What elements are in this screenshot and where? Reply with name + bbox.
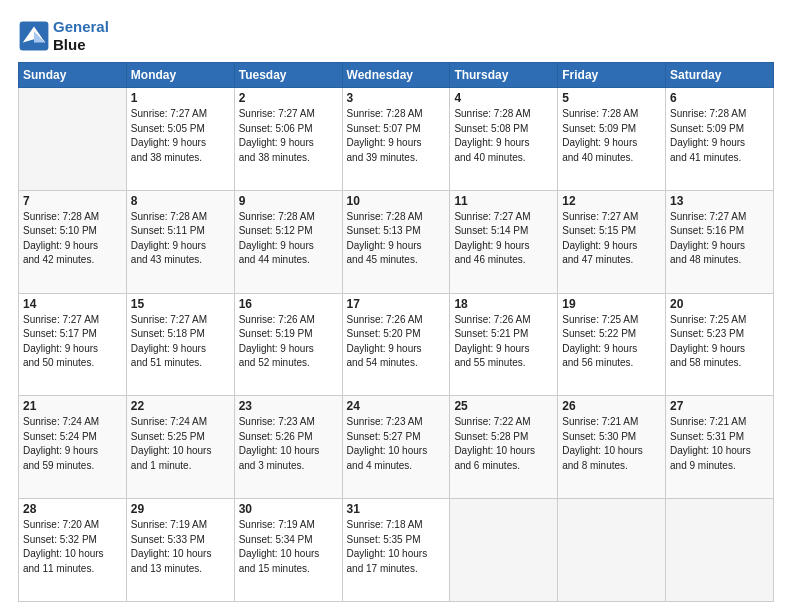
calendar-cell: 3Sunrise: 7:28 AM Sunset: 5:07 PM Daylig… bbox=[342, 88, 450, 191]
day-info: Sunrise: 7:28 AM Sunset: 5:09 PM Dayligh… bbox=[562, 107, 661, 165]
day-number: 31 bbox=[347, 502, 446, 516]
col-header-sunday: Sunday bbox=[19, 63, 127, 88]
day-info: Sunrise: 7:27 AM Sunset: 5:05 PM Dayligh… bbox=[131, 107, 230, 165]
day-info: Sunrise: 7:27 AM Sunset: 5:18 PM Dayligh… bbox=[131, 313, 230, 371]
calendar-cell: 21Sunrise: 7:24 AM Sunset: 5:24 PM Dayli… bbox=[19, 396, 127, 499]
calendar-cell: 9Sunrise: 7:28 AM Sunset: 5:12 PM Daylig… bbox=[234, 190, 342, 293]
day-number: 9 bbox=[239, 194, 338, 208]
day-number: 6 bbox=[670, 91, 769, 105]
day-info: Sunrise: 7:27 AM Sunset: 5:14 PM Dayligh… bbox=[454, 210, 553, 268]
day-number: 11 bbox=[454, 194, 553, 208]
day-info: Sunrise: 7:28 AM Sunset: 5:08 PM Dayligh… bbox=[454, 107, 553, 165]
day-number: 23 bbox=[239, 399, 338, 413]
calendar: SundayMondayTuesdayWednesdayThursdayFrid… bbox=[18, 62, 774, 602]
day-number: 19 bbox=[562, 297, 661, 311]
day-number: 15 bbox=[131, 297, 230, 311]
calendar-cell: 1Sunrise: 7:27 AM Sunset: 5:05 PM Daylig… bbox=[126, 88, 234, 191]
calendar-cell: 18Sunrise: 7:26 AM Sunset: 5:21 PM Dayli… bbox=[450, 293, 558, 396]
day-number: 8 bbox=[131, 194, 230, 208]
calendar-cell: 25Sunrise: 7:22 AM Sunset: 5:28 PM Dayli… bbox=[450, 396, 558, 499]
calendar-cell: 16Sunrise: 7:26 AM Sunset: 5:19 PM Dayli… bbox=[234, 293, 342, 396]
col-header-thursday: Thursday bbox=[450, 63, 558, 88]
day-number: 22 bbox=[131, 399, 230, 413]
day-info: Sunrise: 7:21 AM Sunset: 5:30 PM Dayligh… bbox=[562, 415, 661, 473]
day-info: Sunrise: 7:18 AM Sunset: 5:35 PM Dayligh… bbox=[347, 518, 446, 576]
calendar-cell: 13Sunrise: 7:27 AM Sunset: 5:16 PM Dayli… bbox=[666, 190, 774, 293]
day-number: 25 bbox=[454, 399, 553, 413]
day-info: Sunrise: 7:23 AM Sunset: 5:26 PM Dayligh… bbox=[239, 415, 338, 473]
calendar-cell: 4Sunrise: 7:28 AM Sunset: 5:08 PM Daylig… bbox=[450, 88, 558, 191]
day-info: Sunrise: 7:28 AM Sunset: 5:09 PM Dayligh… bbox=[670, 107, 769, 165]
calendar-cell: 2Sunrise: 7:27 AM Sunset: 5:06 PM Daylig… bbox=[234, 88, 342, 191]
day-number: 30 bbox=[239, 502, 338, 516]
col-header-saturday: Saturday bbox=[666, 63, 774, 88]
page: General Blue SundayMondayTuesdayWednesda… bbox=[0, 0, 792, 612]
calendar-cell: 10Sunrise: 7:28 AM Sunset: 5:13 PM Dayli… bbox=[342, 190, 450, 293]
day-number: 2 bbox=[239, 91, 338, 105]
col-header-friday: Friday bbox=[558, 63, 666, 88]
day-info: Sunrise: 7:28 AM Sunset: 5:11 PM Dayligh… bbox=[131, 210, 230, 268]
day-number: 3 bbox=[347, 91, 446, 105]
day-number: 21 bbox=[23, 399, 122, 413]
calendar-cell: 5Sunrise: 7:28 AM Sunset: 5:09 PM Daylig… bbox=[558, 88, 666, 191]
day-number: 20 bbox=[670, 297, 769, 311]
day-info: Sunrise: 7:26 AM Sunset: 5:20 PM Dayligh… bbox=[347, 313, 446, 371]
calendar-cell: 26Sunrise: 7:21 AM Sunset: 5:30 PM Dayli… bbox=[558, 396, 666, 499]
calendar-cell bbox=[450, 499, 558, 602]
day-info: Sunrise: 7:27 AM Sunset: 5:16 PM Dayligh… bbox=[670, 210, 769, 268]
calendar-cell: 15Sunrise: 7:27 AM Sunset: 5:18 PM Dayli… bbox=[126, 293, 234, 396]
day-info: Sunrise: 7:24 AM Sunset: 5:24 PM Dayligh… bbox=[23, 415, 122, 473]
calendar-cell: 27Sunrise: 7:21 AM Sunset: 5:31 PM Dayli… bbox=[666, 396, 774, 499]
calendar-cell: 24Sunrise: 7:23 AM Sunset: 5:27 PM Dayli… bbox=[342, 396, 450, 499]
calendar-cell: 22Sunrise: 7:24 AM Sunset: 5:25 PM Dayli… bbox=[126, 396, 234, 499]
calendar-cell: 6Sunrise: 7:28 AM Sunset: 5:09 PM Daylig… bbox=[666, 88, 774, 191]
day-info: Sunrise: 7:28 AM Sunset: 5:13 PM Dayligh… bbox=[347, 210, 446, 268]
day-info: Sunrise: 7:23 AM Sunset: 5:27 PM Dayligh… bbox=[347, 415, 446, 473]
day-number: 4 bbox=[454, 91, 553, 105]
day-number: 7 bbox=[23, 194, 122, 208]
calendar-cell: 8Sunrise: 7:28 AM Sunset: 5:11 PM Daylig… bbox=[126, 190, 234, 293]
day-number: 24 bbox=[347, 399, 446, 413]
calendar-cell: 14Sunrise: 7:27 AM Sunset: 5:17 PM Dayli… bbox=[19, 293, 127, 396]
calendar-cell: 19Sunrise: 7:25 AM Sunset: 5:22 PM Dayli… bbox=[558, 293, 666, 396]
calendar-cell bbox=[558, 499, 666, 602]
calendar-cell: 11Sunrise: 7:27 AM Sunset: 5:14 PM Dayli… bbox=[450, 190, 558, 293]
calendar-cell: 20Sunrise: 7:25 AM Sunset: 5:23 PM Dayli… bbox=[666, 293, 774, 396]
day-number: 29 bbox=[131, 502, 230, 516]
calendar-cell bbox=[19, 88, 127, 191]
day-number: 18 bbox=[454, 297, 553, 311]
logo-blue: Blue bbox=[53, 36, 109, 54]
header: General Blue bbox=[18, 18, 774, 54]
day-info: Sunrise: 7:24 AM Sunset: 5:25 PM Dayligh… bbox=[131, 415, 230, 473]
day-info: Sunrise: 7:19 AM Sunset: 5:33 PM Dayligh… bbox=[131, 518, 230, 576]
col-header-monday: Monday bbox=[126, 63, 234, 88]
day-number: 17 bbox=[347, 297, 446, 311]
day-number: 16 bbox=[239, 297, 338, 311]
day-info: Sunrise: 7:28 AM Sunset: 5:07 PM Dayligh… bbox=[347, 107, 446, 165]
logo-text: General Blue bbox=[53, 18, 109, 54]
calendar-cell: 28Sunrise: 7:20 AM Sunset: 5:32 PM Dayli… bbox=[19, 499, 127, 602]
calendar-cell: 7Sunrise: 7:28 AM Sunset: 5:10 PM Daylig… bbox=[19, 190, 127, 293]
calendar-cell: 30Sunrise: 7:19 AM Sunset: 5:34 PM Dayli… bbox=[234, 499, 342, 602]
day-info: Sunrise: 7:28 AM Sunset: 5:12 PM Dayligh… bbox=[239, 210, 338, 268]
day-number: 14 bbox=[23, 297, 122, 311]
day-number: 27 bbox=[670, 399, 769, 413]
day-info: Sunrise: 7:22 AM Sunset: 5:28 PM Dayligh… bbox=[454, 415, 553, 473]
calendar-cell bbox=[666, 499, 774, 602]
calendar-cell: 12Sunrise: 7:27 AM Sunset: 5:15 PM Dayli… bbox=[558, 190, 666, 293]
day-info: Sunrise: 7:26 AM Sunset: 5:21 PM Dayligh… bbox=[454, 313, 553, 371]
calendar-cell: 23Sunrise: 7:23 AM Sunset: 5:26 PM Dayli… bbox=[234, 396, 342, 499]
col-header-tuesday: Tuesday bbox=[234, 63, 342, 88]
day-number: 26 bbox=[562, 399, 661, 413]
day-info: Sunrise: 7:27 AM Sunset: 5:06 PM Dayligh… bbox=[239, 107, 338, 165]
day-number: 1 bbox=[131, 91, 230, 105]
logo-general: General bbox=[53, 18, 109, 35]
logo-icon bbox=[18, 20, 50, 52]
day-info: Sunrise: 7:25 AM Sunset: 5:22 PM Dayligh… bbox=[562, 313, 661, 371]
day-info: Sunrise: 7:19 AM Sunset: 5:34 PM Dayligh… bbox=[239, 518, 338, 576]
calendar-cell: 31Sunrise: 7:18 AM Sunset: 5:35 PM Dayli… bbox=[342, 499, 450, 602]
day-info: Sunrise: 7:27 AM Sunset: 5:17 PM Dayligh… bbox=[23, 313, 122, 371]
day-info: Sunrise: 7:25 AM Sunset: 5:23 PM Dayligh… bbox=[670, 313, 769, 371]
day-info: Sunrise: 7:27 AM Sunset: 5:15 PM Dayligh… bbox=[562, 210, 661, 268]
day-info: Sunrise: 7:26 AM Sunset: 5:19 PM Dayligh… bbox=[239, 313, 338, 371]
